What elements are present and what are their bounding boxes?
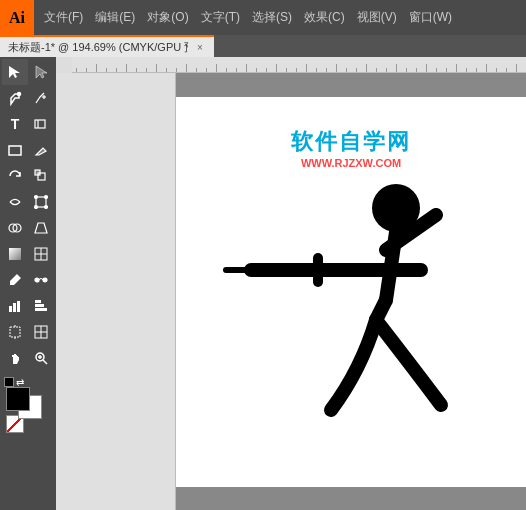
horizontal-ruler — [72, 57, 526, 73]
document-tab[interactable]: 未标题-1* @ 194.69% (CMYK/GPU 预览) × — [0, 35, 214, 57]
svg-point-20 — [35, 278, 39, 282]
eraser-tool[interactable] — [28, 137, 54, 163]
app-logo: Ai — [0, 0, 34, 35]
artboard-tool[interactable] — [2, 319, 28, 345]
shape-builder-tool[interactable] — [2, 215, 28, 241]
bar-graph-tool[interactable] — [28, 293, 54, 319]
zoom-tool[interactable] — [28, 345, 54, 371]
menu-select[interactable]: 选择(S) — [246, 7, 298, 28]
menu-edit[interactable]: 编辑(E) — [89, 7, 141, 28]
tool-row-9 — [2, 267, 54, 293]
canvas-scroll-area: 软件自学网 WWW.RJZXW.COM — [56, 73, 526, 510]
svg-rect-3 — [35, 120, 45, 128]
svg-rect-15 — [9, 248, 21, 260]
tool-row-11 — [2, 319, 54, 345]
vertical-ruler — [56, 73, 176, 510]
add-anchor-tool[interactable] — [28, 85, 54, 111]
blend-tool[interactable] — [28, 267, 54, 293]
menu-object[interactable]: 对象(O) — [141, 7, 194, 28]
free-transform-tool[interactable] — [28, 189, 54, 215]
tool-row-2 — [2, 85, 54, 111]
logo-text: Ai — [9, 9, 25, 27]
tool-row-7 — [2, 215, 54, 241]
svg-rect-8 — [36, 197, 46, 207]
slice-tool[interactable] — [28, 319, 54, 345]
watermark-main-text: 软件自学网 — [291, 127, 411, 157]
type-tool[interactable]: T — [2, 111, 28, 137]
svg-rect-22 — [9, 306, 12, 312]
tab-bar: 未标题-1* @ 194.69% (CMYK/GPU 预览) × — [0, 35, 526, 57]
scale-tool[interactable] — [28, 163, 54, 189]
warp-tool[interactable] — [2, 189, 28, 215]
svg-point-12 — [35, 206, 38, 209]
svg-rect-23 — [13, 303, 16, 312]
menu-text[interactable]: 文字(T) — [195, 7, 246, 28]
tool-row-5 — [2, 163, 54, 189]
ruler-row — [56, 57, 526, 73]
menu-file[interactable]: 文件(F) — [38, 7, 89, 28]
canvas-background[interactable]: 软件自学网 WWW.RJZXW.COM — [176, 73, 526, 510]
left-toolbar: T — [0, 57, 56, 510]
menu-effect[interactable]: 效果(C) — [298, 7, 351, 28]
menu-view[interactable]: 视图(V) — [351, 7, 403, 28]
ruler-corner — [56, 57, 72, 73]
svg-rect-25 — [35, 300, 41, 303]
rectangle-tool[interactable] — [2, 137, 28, 163]
tab-close-button[interactable]: × — [194, 41, 206, 53]
svg-rect-5 — [9, 146, 21, 155]
perspective-tool[interactable] — [28, 215, 54, 241]
rotate-tool[interactable] — [2, 163, 28, 189]
svg-point-11 — [45, 206, 48, 209]
pen-tool[interactable] — [2, 85, 28, 111]
svg-rect-7 — [35, 170, 40, 175]
svg-line-35 — [43, 360, 47, 364]
watermark: 软件自学网 WWW.RJZXW.COM — [291, 127, 411, 169]
tool-row-4 — [2, 137, 54, 163]
tool-row-8 — [2, 241, 54, 267]
tool-row-3: T — [2, 111, 54, 137]
selection-tool[interactable] — [2, 59, 28, 85]
menu-bar: 文件(F) 编辑(E) 对象(O) 文字(T) 选择(S) 效果(C) 视图(V… — [34, 0, 526, 35]
svg-rect-26 — [35, 304, 44, 307]
title-bar: Ai 文件(F) 编辑(E) 对象(O) 文字(T) 选择(S) 效果(C) 视… — [0, 0, 526, 35]
area-type-tool[interactable] — [28, 111, 54, 137]
tool-row-6 — [2, 189, 54, 215]
watermark-url-text: WWW.RJZXW.COM — [291, 157, 411, 169]
svg-point-10 — [45, 196, 48, 199]
svg-rect-24 — [17, 301, 20, 312]
gradient-tool[interactable] — [2, 241, 28, 267]
tool-row-10 — [2, 293, 54, 319]
svg-point-21 — [43, 278, 47, 282]
main-area: T — [0, 57, 526, 510]
svg-rect-27 — [35, 308, 47, 311]
tool-row-12 — [2, 345, 54, 371]
column-graph-tool[interactable] — [2, 293, 28, 319]
default-colors-icon[interactable] — [4, 377, 14, 387]
tab-title: 未标题-1* @ 194.69% (CMYK/GPU 预览) — [8, 40, 188, 55]
foreground-color[interactable] — [6, 387, 30, 411]
svg-point-9 — [35, 196, 38, 199]
mesh-tool[interactable] — [28, 241, 54, 267]
eyedropper-tool[interactable] — [2, 267, 28, 293]
hand-tool[interactable] — [2, 345, 28, 371]
svg-rect-28 — [10, 327, 20, 337]
direct-selection-tool[interactable] — [28, 59, 54, 85]
color-swatch-area: ⇄ — [2, 377, 54, 429]
tool-row-1 — [2, 59, 54, 85]
stick-figure — [221, 180, 481, 460]
canvas-container: 软件自学网 WWW.RJZXW.COM — [56, 57, 526, 510]
svg-point-0 — [18, 93, 21, 96]
menu-window[interactable]: 窗口(W) — [403, 7, 458, 28]
artboard: 软件自学网 WWW.RJZXW.COM — [176, 97, 526, 487]
